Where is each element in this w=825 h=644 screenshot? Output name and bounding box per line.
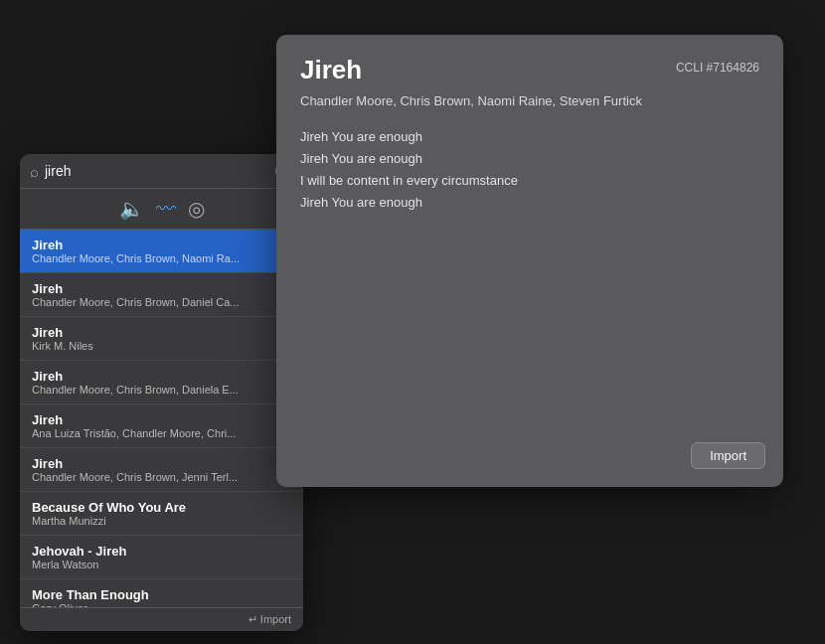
search-bar: ⌕ × [20, 154, 303, 189]
result-subtitle: Merla Watson [32, 559, 270, 570]
result-item[interactable]: JirehChandler Moore, Chris Brown, Daniel… [20, 361, 303, 404]
result-item[interactable]: More Than EnoughGary Oliver [20, 579, 303, 607]
result-item[interactable]: JirehChandler Moore, Chris Brown, Jenni … [20, 448, 303, 492]
result-item[interactable]: Because Of Who You AreMartha Munizzi [20, 492, 303, 536]
lyric-line: I will be content in every circumstance [300, 170, 759, 192]
result-subtitle: Chandler Moore, Chris Brown, Daniela E..… [32, 384, 270, 396]
result-title: Because Of Who You Are [32, 500, 291, 515]
result-title: Jireh [32, 412, 291, 427]
result-subtitle: Chandler Moore, Chris Brown, Jenni Terl.… [32, 471, 270, 483]
result-title: Jireh [32, 369, 291, 384]
result-title: More Than Enough [32, 587, 291, 602]
result-title: Jehovah - Jireh [32, 544, 291, 559]
speaker-icon[interactable]: 🔈 [119, 197, 144, 221]
lyric-line: Jireh You are enough [300, 148, 759, 170]
result-item[interactable]: JirehKirk M. Niles [20, 317, 303, 361]
result-item[interactable]: JirehChandler Moore, Chris Brown, Naomi … [20, 230, 303, 273]
result-item[interactable]: Jehovah - JirehMerla Watson [20, 536, 303, 579]
result-title: Jireh [32, 238, 291, 252]
preview-panel: Jireh CCLI #7164826 Chandler Moore, Chri… [276, 35, 783, 487]
results-list: JirehChandler Moore, Chris Brown, Naomi … [20, 230, 303, 607]
result-subtitle: Chandler Moore, Chris Brown, Daniel Ca..… [32, 296, 270, 308]
result-title: Jireh [32, 325, 291, 340]
lyric-line: Jireh You are enough [300, 192, 759, 214]
result-subtitle: Kirk M. Niles [32, 340, 270, 352]
preview-authors: Chandler Moore, Chris Brown, Naomi Raine… [300, 93, 759, 108]
result-subtitle: Ana Luiza Tristão, Chandler Moore, Chri.… [32, 427, 270, 439]
search-panel: ⌕ × 🔈 〰 ◎ JirehChandler Moore, Chris Bro… [20, 154, 303, 631]
result-title: Jireh [32, 281, 291, 296]
layers-icon[interactable]: ◎ [188, 197, 205, 221]
result-subtitle: Martha Munizzi [32, 515, 270, 527]
preview-title: Jireh [300, 55, 362, 85]
preview-header: Jireh CCLI #7164826 [300, 55, 759, 85]
result-subtitle: Gary Oliver [32, 602, 270, 607]
import-button[interactable]: Import [691, 442, 765, 469]
preview-ccli: CCLI #7164826 [676, 61, 759, 75]
result-item[interactable]: JirehAna Luiza Tristão, Chandler Moore, … [20, 404, 303, 448]
import-hint: ↵ Import [20, 607, 303, 631]
lyric-line: Jireh You are enough [300, 126, 759, 148]
search-icon: ⌕ [30, 163, 39, 180]
result-item[interactable]: JirehChandler Moore, Chris Brown, Daniel… [20, 273, 303, 317]
result-subtitle: Chandler Moore, Chris Brown, Naomi Ra... [32, 252, 270, 264]
search-input[interactable] [45, 163, 275, 179]
toolbar-row: 🔈 〰 ◎ [20, 189, 303, 230]
music-waves-icon[interactable]: 〰 [156, 198, 176, 221]
preview-lyrics: Jireh You are enoughJireh You are enough… [300, 126, 759, 214]
result-title: Jireh [32, 456, 291, 471]
